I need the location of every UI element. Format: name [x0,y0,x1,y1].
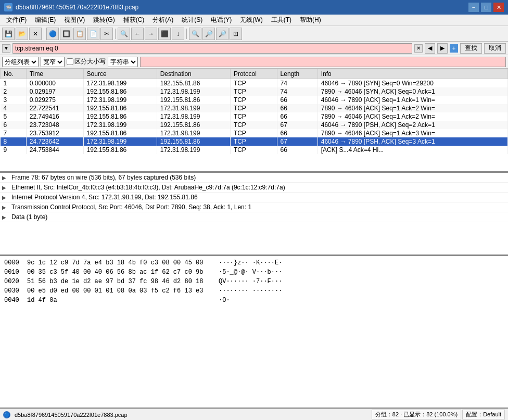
table-cell: 0.000000 [26,79,83,88]
col-header-destination[interactable]: Destination [157,69,230,79]
menu-item-C[interactable]: 捕获(C) [119,15,149,26]
case-checkbox[interactable] [67,58,73,65]
detail-text: Internet Protocol Version 4, Src: 172.31… [11,194,198,201]
toolbar-btn-3[interactable]: ✕ [29,28,42,40]
col-header-no[interactable]: No. [1,69,27,79]
window-title: d5ba8f87969145059170a222f01e7883.pcap [16,4,138,11]
toolbar-btn-9[interactable]: 🔍 [118,28,130,40]
col-header-protocol[interactable]: Protocol [230,69,277,79]
table-cell: 192.155.81.86 [83,112,157,121]
toolbar-btn-16[interactable]: 🔎 [216,28,228,40]
filter-next-button[interactable]: ▶ [437,43,448,54]
table-cell: 172.31.98.199 [157,112,230,121]
menu-item-F[interactable]: 文件(F) [2,15,31,26]
toolbar-sep-3 [186,29,187,39]
table-row[interactable]: 422.722541192.155.81.86172.31.98.199TCP6… [1,104,508,112]
table-cell: TCP [230,146,277,154]
detail-item[interactable]: ▶Data (1 byte) [0,212,508,222]
detail-pane[interactable]: ▶Frame 78: 67 bytes on wire (536 bits), … [0,173,508,256]
table-row[interactable]: 924.753844192.155.81.86172.31.98.199TCP6… [1,146,508,154]
hex-offset: 0040 [4,296,23,305]
detail-item[interactable]: ▶Transmission Control Protocol, Src Port… [0,202,508,212]
search-type-select[interactable]: 字符串 [108,57,138,67]
toolbar-btn-5[interactable]: 🔲 [60,28,72,40]
maximize-button[interactable]: □ [481,3,491,12]
minimize-button[interactable]: − [468,3,479,12]
status-group: 分组：82 · 已显示：82 (100.0%) [372,410,461,419]
col-header-source[interactable]: Source [83,69,157,79]
col-header-info[interactable]: Info [318,69,507,79]
toolbar-btn-15[interactable]: 🔎 [202,28,215,40]
table-row[interactable]: 824.723642172.31.98.199192.155.81.86TCP6… [1,137,508,146]
menu-item-W[interactable]: 无线(W) [236,15,266,26]
filter-bar: ▼ ✕ ◀ ▶ + 查找 取消 [0,42,508,55]
filter-prev-button[interactable]: ◀ [425,43,435,54]
toolbar-btn-11[interactable]: → [145,28,157,40]
toolbar-btn-7[interactable]: 📄 [87,28,99,40]
hex-offset: 0020 [4,277,23,286]
table-cell: TCP [230,79,277,88]
filter-input[interactable] [12,43,412,54]
table-cell: 8 [1,137,27,146]
table-row[interactable]: 522.749416192.155.81.86172.31.98.199TCP6… [1,112,508,121]
table-row[interactable]: 10.000000172.31.98.199192.155.81.86TCP74… [1,79,508,88]
table-row[interactable]: 623.723048172.31.98.199192.155.81.86TCP6… [1,121,508,129]
hex-bytes: 51 56 b3 de 1e d2 ae 97 bd 37 fc 98 46 d… [27,277,214,286]
toolbar-btn-13[interactable]: ↓ [172,28,184,40]
toolbar-btn-4[interactable]: 🔵 [46,28,59,40]
detail-item[interactable]: ▶Ethernet II, Src: IntelCor_4b:f0:c3 (e4… [0,183,508,193]
menu-item-E[interactable]: 编辑(E) [31,15,60,26]
detail-item[interactable]: ▶Internet Protocol Version 4, Src: 172.3… [0,193,508,202]
width-select[interactable]: 宽窄 [41,57,65,67]
col-header-time[interactable]: Time [26,69,83,79]
table-cell: TCP [230,112,277,121]
menu-item-Y[interactable]: 电话(Y) [207,15,236,26]
toolbar-btn-17[interactable]: ⊡ [230,28,242,40]
filter-clear-button[interactable]: ✕ [414,44,423,53]
list-style-select[interactable]: 分组列表 [2,57,39,67]
table-cell: TCP [230,129,277,137]
toolbar-btn-12[interactable]: ⬛ [158,28,171,40]
table-row[interactable]: 723.753912192.155.81.86172.31.98.199TCP6… [1,129,508,137]
status-filename: d5ba8f87969145059170a222f01e7883.pcap [15,412,128,418]
close-button[interactable]: ✕ [493,3,504,12]
table-cell: 172.31.98.199 [157,146,230,154]
col-header-length[interactable]: Length [277,69,318,79]
menu-bar: 文件(F)编辑(E)视图(V)跳转(G)捕获(C)分析(A)统计(S)电话(Y)… [0,15,508,26]
packet-table: No.TimeSourceDestinationProtocolLengthIn… [0,69,508,154]
toolbar-btn-14[interactable]: 🔍 [189,28,201,40]
detail-item[interactable]: ▶Frame 78: 67 bytes on wire (536 bits), … [0,173,508,183]
menu-item-G[interactable]: 跳转(G) [89,15,119,26]
table-row[interactable]: 20.029197192.155.81.86172.31.98.199TCP74… [1,87,508,96]
menu-item-S[interactable]: 统计(S) [177,15,207,26]
toolbar-btn-2[interactable]: 📂 [16,28,28,40]
filter-add-button[interactable]: + [450,44,458,53]
toolbar-btn-6[interactable]: 📋 [73,28,86,40]
search-button[interactable]: 查找 [460,43,482,54]
table-cell: 66 [277,112,318,121]
table-cell: 46046 → 7890 [PSH, ACK] Seq=3 Ack=1 [318,137,507,146]
menu-item-V[interactable]: 视图(V) [60,15,89,26]
table-row[interactable]: 30.029275172.31.98.199192.155.81.86TCP66… [1,96,508,104]
table-cell: 6 [1,121,27,129]
cancel-button[interactable]: 取消 [484,43,506,54]
menu-item-H[interactable]: 帮助(H) [296,15,325,26]
hex-bytes: 9c 1c 12 c9 7d 7a e4 b3 18 4b f0 c3 08 0… [27,258,214,268]
table-cell: 192.155.81.86 [83,146,157,154]
hex-pane[interactable]: 00009c 1c 12 c9 7d 7a e4 b3 18 4b f0 c3 … [0,256,508,409]
detail-arrow-icon: ▶ [2,214,9,220]
menu-item-A[interactable]: 分析(A) [148,15,177,26]
table-cell: TCP [230,96,277,104]
hex-bytes: 1d 4f 0a [27,296,214,305]
table-cell: 66 [277,96,318,104]
menu-item-T[interactable]: 工具(T) [267,15,296,26]
packet-list[interactable]: No.TimeSourceDestinationProtocolLengthIn… [0,69,508,173]
table-cell: TCP [230,104,277,112]
toolbar-btn-1[interactable]: 💾 [2,28,15,40]
toolbar-btn-10[interactable]: ← [131,28,144,40]
table-cell: 0.029275 [26,96,83,104]
table-cell: 67 [277,121,318,129]
toolbar-btn-8[interactable]: ✂ [100,28,113,40]
table-cell: 192.155.81.86 [157,137,230,146]
search-input[interactable] [140,57,506,67]
